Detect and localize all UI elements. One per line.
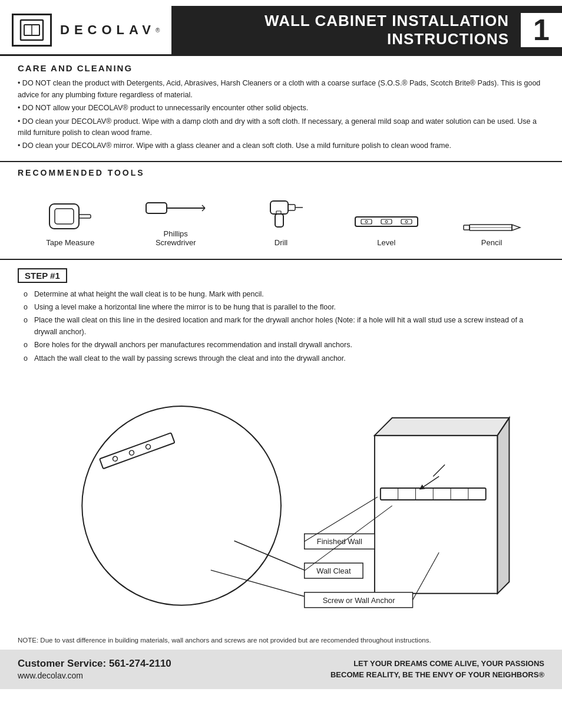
header: DECOLAV® WALL CABINET INSTALLATION INSTR…: [0, 0, 562, 56]
svg-rect-6: [79, 215, 91, 218]
footer-left: Customer Service: 561-274-2110 www.decol…: [18, 658, 281, 680]
svg-rect-5: [55, 209, 74, 224]
footer-right: LET YOUR DREAMS COME ALIVE, YOUR PASSION…: [281, 658, 544, 681]
level-icon: [354, 198, 419, 233]
tool-level: Level: [354, 198, 419, 247]
tool-screwdriver: Phillips Screwdriver: [143, 189, 208, 247]
svg-point-20: [385, 220, 388, 223]
tape-measure-label: Tape Measure: [46, 238, 94, 247]
step1-instruction-5: Attach the wall cleat to the wall by pas…: [24, 353, 544, 364]
svg-marker-37: [375, 418, 509, 436]
svg-rect-7: [146, 203, 167, 213]
svg-line-33: [234, 541, 305, 570]
svg-rect-19: [381, 219, 392, 224]
step1-instruction-4: Bore holes for the drywall anchors per m…: [24, 340, 544, 351]
drill-icon: [259, 198, 303, 233]
svg-rect-12: [275, 214, 283, 227]
care-and-cleaning-section: CARE AND CLEANING DO NOT clean the produ…: [0, 56, 562, 160]
footer-tagline-2: BECOME REALITY, BE THE ENVY OF YOUR NEIG…: [281, 669, 544, 681]
customer-service: Customer Service: 561-274-2110: [18, 658, 281, 670]
svg-marker-38: [498, 418, 510, 594]
screwdriver-icon: [143, 189, 208, 225]
svg-rect-21: [401, 219, 412, 224]
step1-instruction-1: Determine at what height the wall cleat …: [24, 289, 544, 300]
logo-box: [12, 14, 52, 47]
svg-point-27: [82, 406, 281, 605]
care-section-title: CARE AND CLEANING: [18, 63, 544, 73]
svg-rect-13: [288, 205, 295, 210]
step1-title: STEP #1: [18, 268, 67, 283]
svg-point-18: [365, 220, 368, 223]
care-item-1: DO NOT clean the product with Detergents…: [18, 78, 544, 101]
tool-tape-measure: Tape Measure: [38, 198, 103, 247]
svg-marker-25: [512, 225, 520, 230]
care-item-4: DO clean your DECOLAV® mirror. Wipe with…: [18, 140, 544, 151]
tools-section: RECOMMENDED TOOLS Tape Measure: [0, 161, 562, 260]
care-item-3: DO clean your DECOLAV® product. Wipe wit…: [18, 116, 544, 139]
screwdriver-label: Phillips Screwdriver: [156, 229, 196, 247]
footer-website: www.decolav.com: [18, 671, 281, 680]
tape-measure-icon: [47, 198, 94, 233]
svg-marker-36: [375, 436, 498, 594]
title-area: WALL CABINET INSTALLATION INSTRUCTIONS 1: [171, 6, 562, 54]
footer: Customer Service: 561-274-2110 www.decol…: [0, 650, 562, 689]
logo-area: DECOLAV®: [0, 6, 171, 54]
drill-label: Drill: [275, 238, 287, 247]
tool-drill: Drill: [249, 198, 313, 247]
step1-section: STEP #1 Determine at what height the wal…: [0, 260, 562, 632]
note-text: NOTE: Due to vast difference in building…: [18, 637, 431, 644]
care-item-2: DO NOT allow your DECOLAV® product to un…: [18, 103, 544, 114]
tool-pencil: Pencil: [459, 198, 524, 247]
brand-name: DECOLAV: [60, 22, 156, 38]
level-label: Level: [377, 238, 395, 247]
svg-text:Screw or Wall Anchor: Screw or Wall Anchor: [323, 596, 396, 605]
page-number: 1: [521, 13, 562, 47]
figure-svg: Figure A: [18, 370, 544, 618]
step1-instruction-2: Using a level make a horizontal line whe…: [24, 302, 544, 313]
brand-reg: ®: [156, 27, 160, 34]
svg-rect-16: [355, 217, 418, 226]
tools-row: Tape Measure Phillips Screwdriver: [18, 183, 544, 253]
step1-instruction-3: Place the wall cleat on this line in the…: [24, 315, 544, 338]
title-text: WALL CABINET INSTALLATION INSTRUCTIONS: [265, 12, 515, 48]
svg-rect-4: [49, 204, 79, 229]
svg-point-22: [405, 220, 408, 223]
svg-text:Wall Cleat: Wall Cleat: [316, 566, 351, 575]
figure-area: Figure A: [18, 370, 544, 618]
step1-list: Determine at what height the wall cleat …: [18, 289, 544, 364]
pencil-icon: [462, 198, 521, 233]
svg-rect-23: [464, 225, 470, 230]
decolav-logo-icon: [19, 19, 44, 41]
footer-tagline-1: LET YOUR DREAMS COME ALIVE, YOUR PASSION…: [281, 658, 544, 670]
svg-line-32: [211, 570, 305, 597]
pencil-label: Pencil: [481, 238, 502, 247]
note-area: NOTE: Due to vast difference in building…: [0, 632, 562, 647]
svg-rect-11: [270, 201, 288, 214]
svg-rect-17: [361, 219, 372, 224]
tools-title: RECOMMENDED TOOLS: [18, 168, 544, 177]
svg-rect-28: [100, 433, 174, 469]
